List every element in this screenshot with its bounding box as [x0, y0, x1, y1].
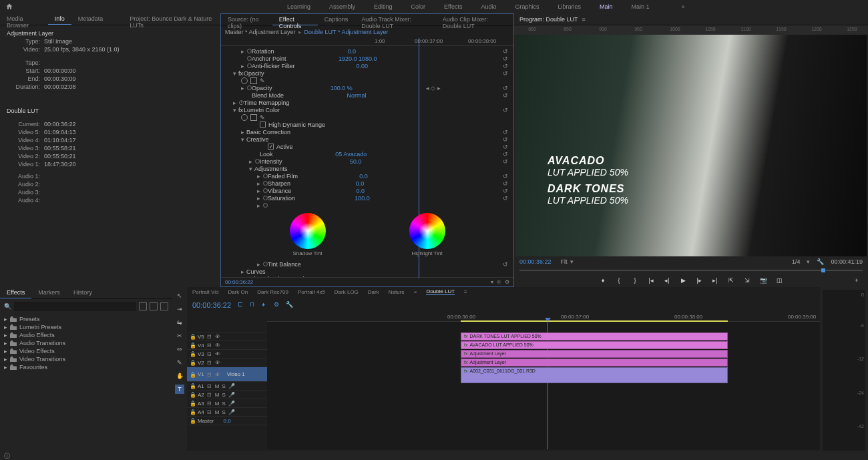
- reset-icon[interactable]: ↺: [503, 180, 508, 187]
- seq-tab[interactable]: Dark LOG: [335, 289, 359, 295]
- active-checkbox[interactable]: [268, 144, 274, 150]
- clip-adjustment[interactable]: fxAdjustment Layer: [461, 359, 728, 367]
- track-select-tool-icon[interactable]: ⇥: [175, 304, 184, 314]
- hand-tool-icon[interactable]: ✋: [175, 371, 184, 381]
- track-name[interactable]: A4: [198, 409, 204, 415]
- ws-effects[interactable]: Effects: [444, 3, 462, 10]
- go-to-out-icon[interactable]: ▸|: [710, 276, 720, 285]
- val-saturation[interactable]: 100.0: [355, 195, 370, 202]
- folder-lumetri-presets[interactable]: ▸Lumetri Presets: [4, 323, 168, 331]
- master-value[interactable]: 0.0: [223, 418, 230, 424]
- twirl-icon[interactable]: ▸: [257, 188, 262, 194]
- highlight-tint-wheel[interactable]: [409, 213, 445, 249]
- selection-tool-icon[interactable]: ↖: [175, 291, 184, 300]
- track-master[interactable]: Master: [198, 418, 214, 424]
- val-rotation[interactable]: 0.0: [348, 48, 357, 55]
- lock-icon[interactable]: 🔒: [190, 418, 195, 423]
- ws-learning[interactable]: Learning: [287, 3, 310, 10]
- lock-icon[interactable]: 🔒: [190, 360, 195, 365]
- track-name[interactable]: A3: [198, 401, 204, 407]
- program-tab[interactable]: Program: Double LUT: [519, 16, 578, 23]
- stopwatch-icon[interactable]: [246, 85, 252, 90]
- snap-icon[interactable]: ⊏: [238, 301, 246, 309]
- stopwatch-icon[interactable]: [262, 203, 268, 208]
- eye-icon[interactable]: 👁: [215, 334, 220, 339]
- ws-color[interactable]: Color: [411, 3, 426, 10]
- ws-main1[interactable]: Main 1: [632, 3, 650, 10]
- reset-icon[interactable]: ↺: [503, 63, 508, 69]
- toggle-output-icon[interactable]: ⊟: [207, 351, 212, 357]
- twirl-icon[interactable]: ▸: [257, 173, 262, 180]
- val-blend[interactable]: Normal: [347, 92, 367, 99]
- tab-history[interactable]: History: [67, 287, 99, 298]
- twirl-icon[interactable]: ▸: [241, 276, 246, 278]
- fx-badge-icon[interactable]: [139, 302, 147, 310]
- twirl-icon[interactable]: ▸: [241, 63, 246, 69]
- mask-pen-icon[interactable]: ✎: [260, 114, 265, 121]
- stopwatch-icon[interactable]: [262, 196, 268, 200]
- tab-effects[interactable]: Effects: [0, 287, 31, 298]
- twirl-icon[interactable]: ▾: [233, 70, 238, 77]
- folder-presets[interactable]: ▸Presets: [4, 315, 168, 323]
- stopwatch-icon[interactable]: [262, 262, 268, 266]
- ws-main[interactable]: Main: [600, 3, 613, 10]
- seq-tab[interactable]: Portrait Vid: [192, 289, 218, 295]
- reset-icon[interactable]: ↺: [503, 92, 508, 99]
- val-sharpen[interactable]: 0.0: [356, 180, 365, 187]
- link-icon[interactable]: ⊓: [250, 301, 258, 309]
- play-icon[interactable]: ▶: [678, 276, 688, 285]
- stopwatch-icon[interactable]: [254, 159, 260, 164]
- type-tool-icon[interactable]: T: [175, 385, 184, 394]
- wrench-icon[interactable]: ⚙: [505, 279, 509, 285]
- ws-assembly[interactable]: Assembly: [329, 3, 355, 10]
- ec-timecode[interactable]: 00:00:36:22: [225, 279, 253, 285]
- toggle-output-icon[interactable]: ⊟: [207, 342, 212, 348]
- tab-media-browser[interactable]: Media Browser: [0, 13, 48, 25]
- reset-icon[interactable]: ↺: [503, 136, 508, 143]
- step-back-icon[interactable]: ◂|: [662, 276, 672, 285]
- seq-tab[interactable]: Dark: [368, 289, 379, 295]
- val-antiflicker[interactable]: 0.00: [356, 63, 368, 69]
- comparison-icon[interactable]: ◫: [775, 276, 784, 285]
- button-editor-icon[interactable]: +: [852, 276, 861, 285]
- track-name[interactable]: V2: [198, 360, 204, 366]
- twirl-icon[interactable]: ▸: [241, 129, 246, 136]
- val-anchor[interactable]: 1920.0 1080.0: [339, 55, 377, 62]
- ws-libraries[interactable]: Libraries: [558, 3, 582, 10]
- ripple-tool-icon[interactable]: ⇆: [175, 318, 184, 327]
- step-forward-icon[interactable]: |▸: [694, 276, 704, 285]
- lock-icon[interactable]: 🔒: [190, 342, 195, 348]
- reset-icon[interactable]: ↺: [503, 85, 508, 91]
- filter-icon[interactable]: ▾: [491, 279, 493, 285]
- reset-icon[interactable]: ↺: [503, 195, 508, 202]
- mic-icon[interactable]: 🎤: [228, 383, 234, 389]
- mask-rect-icon[interactable]: [250, 77, 257, 84]
- reset-icon[interactable]: ↺: [503, 129, 508, 136]
- settings-icon[interactable]: ⚙: [274, 301, 282, 309]
- clip-video[interactable]: fxA002_C031_0611DG_001.R3D: [461, 367, 728, 383]
- clip-adjustment[interactable]: fxAdjustment Layer: [461, 350, 728, 358]
- pin-icon[interactable]: ⎘: [497, 279, 501, 285]
- mask-ellipse-icon[interactable]: [241, 77, 248, 84]
- stopwatch-icon[interactable]: [246, 49, 252, 53]
- reset-icon[interactable]: ↺: [503, 158, 508, 165]
- mark-in-icon[interactable]: {: [614, 276, 624, 285]
- reset-icon[interactable]: ↺: [503, 261, 508, 268]
- twirl-icon[interactable]: ▸: [257, 202, 262, 209]
- reset-icon[interactable]: ↺: [503, 151, 508, 158]
- stopwatch-icon[interactable]: [262, 181, 268, 186]
- tab-source[interactable]: Source: (no clips): [221, 14, 272, 25]
- mic-icon[interactable]: 🎤: [228, 392, 234, 397]
- track-name[interactable]: V3: [198, 351, 204, 357]
- toggle-output-icon[interactable]: ⊟: [207, 334, 212, 339]
- program-viewport[interactable]: AVACADOLUT APPLIED 50% DARK TONESLUT APP…: [515, 35, 867, 256]
- track-name[interactable]: V4: [198, 342, 204, 349]
- val-opacity[interactable]: 100.0 %: [331, 85, 353, 91]
- twirl-icon[interactable]: ▸: [241, 268, 246, 275]
- tab-audio-clip-mixer[interactable]: Audio Clip Mixer: Double LUT: [436, 14, 513, 25]
- folder-video-transitions[interactable]: ▸Video Transitions: [4, 355, 168, 363]
- toggle-output-icon[interactable]: ⊟: [207, 360, 212, 365]
- zoom-fit[interactable]: Fit: [561, 258, 568, 265]
- mask-ellipse-icon[interactable]: [241, 114, 248, 121]
- lock-icon[interactable]: 🔒: [190, 383, 195, 389]
